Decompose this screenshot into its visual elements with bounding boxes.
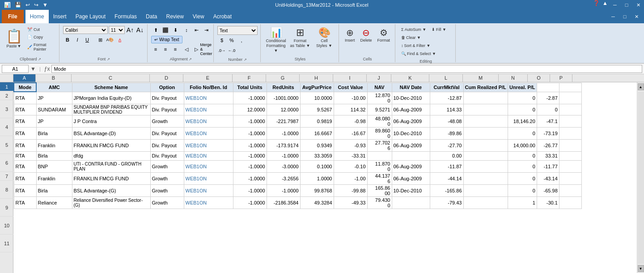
cell-reference-box[interactable]	[2, 65, 29, 73]
cell-g2[interactable]: -1001.0000	[267, 92, 300, 104]
delete-btn[interactable]: ⊖ Delete	[358, 26, 374, 44]
view-menu[interactable]: View	[188, 10, 209, 23]
cut-button[interactable]: ✂️ Cut	[25, 26, 56, 33]
cell-f3[interactable]: 12.0000	[233, 104, 267, 115]
row-num-11[interactable]: 11	[0, 235, 13, 252]
cell-h2[interactable]: 10.0000	[300, 92, 334, 104]
cell-l10[interactable]: -165.86	[430, 184, 463, 196]
decrease-font-btn[interactable]: A↓	[136, 26, 144, 34]
cell-l7[interactable]: 0.00	[430, 151, 463, 160]
col-header-h[interactable]: H	[300, 74, 333, 82]
col-header-e[interactable]: E	[183, 74, 233, 82]
data-menu[interactable]: Data	[141, 10, 161, 23]
row-num-10[interactable]: 10	[0, 217, 13, 235]
row-num-9[interactable]: 9	[0, 199, 13, 217]
fill-color-btn[interactable]: A🎨	[106, 36, 114, 44]
col-header-o[interactable]: O	[528, 74, 550, 82]
cell-c10[interactable]: BSL Advantage-(G)	[72, 184, 150, 196]
cell-h4[interactable]: 0.9819	[300, 115, 334, 127]
restore-btn[interactable]: □	[621, 0, 632, 10]
cell-c4[interactable]: J P Contra	[72, 115, 150, 127]
cell-g11[interactable]: -2186.3584	[267, 196, 300, 209]
cell-d1[interactable]: Option	[150, 83, 184, 92]
cell-a5[interactable]: RTA	[14, 127, 36, 139]
cell-j9[interactable]: 44.1376	[367, 172, 392, 184]
cell-p1[interactable]	[559, 83, 581, 92]
cell-k2[interactable]: 10-Dec-2010	[392, 92, 430, 104]
page-layout-menu[interactable]: Page Layout	[71, 10, 110, 23]
cell-l6[interactable]: -27.70	[430, 139, 463, 151]
cell-f11[interactable]: -1.0000	[233, 196, 267, 209]
align-middle-btn[interactable]: ⬛	[161, 26, 170, 34]
insert-menu[interactable]: Insert	[49, 10, 71, 23]
cell-m4[interactable]	[463, 115, 508, 127]
cell-c6[interactable]: FRANKLIN FMCG FUND	[72, 139, 150, 151]
close-btn[interactable]: ✕	[632, 0, 644, 10]
cell-d9[interactable]: Growth	[150, 172, 184, 184]
cell-p7[interactable]	[559, 151, 581, 160]
underline-button[interactable]: U	[83, 36, 92, 44]
cell-i8[interactable]: -0.10	[334, 160, 367, 172]
row-num-6[interactable]: 6	[0, 154, 13, 172]
cell-e10[interactable]: WEB1ON	[184, 184, 233, 196]
increase-decimal-btn[interactable]: ←.0	[227, 47, 236, 55]
cell-a10[interactable]: RTA	[14, 184, 36, 196]
cell-e4[interactable]: WEB1ON	[184, 115, 233, 127]
cell-a3[interactable]: RTA	[14, 104, 36, 115]
row-num-3[interactable]: 3	[0, 100, 13, 118]
cell-b6[interactable]: Franklin	[36, 139, 72, 151]
cell-o3[interactable]: 0	[537, 104, 559, 115]
cell-e3[interactable]: WEB1ON	[184, 104, 233, 115]
paste-button[interactable]: 📋 Paste▼	[4, 26, 23, 51]
cell-j2[interactable]: 12.8700	[367, 92, 392, 104]
cell-h11[interactable]: 49.3284	[300, 196, 334, 209]
cell-n8[interactable]: 0	[508, 160, 537, 172]
copy-button[interactable]: 📄 Copy	[25, 34, 56, 41]
italic-button[interactable]: I	[73, 36, 82, 44]
cell-a2[interactable]: RTA	[14, 92, 36, 104]
cell-a4[interactable]: RTA	[14, 115, 36, 127]
cell-l2[interactable]: -12.87	[430, 92, 463, 104]
cell-j8[interactable]: 11.8700	[367, 160, 392, 172]
increase-indent-btn[interactable]: ▷	[192, 45, 201, 53]
cell-b10[interactable]: Birla	[36, 184, 72, 196]
align-center-btn[interactable]: ≡	[161, 45, 170, 53]
align-top-btn[interactable]: ⬆	[151, 26, 160, 34]
cell-f10[interactable]: -1.0000	[233, 184, 267, 196]
scroll-down-btn[interactable]: ▼	[638, 265, 644, 272]
cell-o10[interactable]: -65.98	[537, 184, 559, 196]
cell-h5[interactable]: 16.6667	[300, 127, 334, 139]
format-btn[interactable]: ⚙ Format	[375, 26, 393, 44]
cell-k5[interactable]: 10-Dec-2010	[392, 127, 430, 139]
cell-p4[interactable]	[559, 115, 581, 127]
cell-m1[interactable]: Cum Realized P/L	[463, 83, 508, 92]
cell-e11[interactable]: WEB1ON	[184, 196, 233, 209]
cell-c5[interactable]: BSL Advantage-(D)	[72, 127, 150, 139]
cell-e6[interactable]: WEB1ON	[184, 139, 233, 151]
cell-k10[interactable]: 10-Dec-2010	[392, 184, 430, 196]
cell-b9[interactable]: Franklin	[36, 172, 72, 184]
cell-n10[interactable]: 0	[508, 184, 537, 196]
cell-d5[interactable]: Div. Payout	[150, 127, 184, 139]
cell-l1[interactable]: CurrMktVal	[430, 83, 463, 92]
cell-e8[interactable]: WEB1ON	[184, 160, 233, 172]
cell-j3[interactable]: 9.5271	[367, 104, 392, 115]
cell-a9[interactable]: RTA	[14, 172, 36, 184]
cell-c9[interactable]: FRANKLIN FMCG FUND	[72, 172, 150, 184]
cell-h1[interactable]: AvgPurPrice	[300, 83, 334, 92]
cell-o9[interactable]: -43.14	[537, 172, 559, 184]
cell-i5[interactable]: -16.67	[334, 127, 367, 139]
cell-p2[interactable]	[559, 92, 581, 104]
cell-p5[interactable]	[559, 127, 581, 139]
app-restore-btn[interactable]: □	[619, 12, 631, 21]
cell-g4[interactable]: -221.7987	[267, 115, 300, 127]
wrap-text-button[interactable]: ↵ Wrap Text	[151, 36, 182, 43]
cell-p10[interactable]	[559, 184, 581, 196]
cell-f1[interactable]: Total Units	[233, 83, 267, 92]
save-quick-btn[interactable]: 💾	[13, 2, 23, 8]
sort-filter-btn[interactable]: ↕ Sort & Filter ▼	[399, 42, 432, 49]
clear-btn[interactable]: 🗑 Clear ▼	[399, 34, 423, 41]
cell-k4[interactable]: 06-Aug-2009	[392, 115, 430, 127]
cell-i10[interactable]: -99.88	[334, 184, 367, 196]
cell-e1[interactable]: Folio No/Ben. Id	[184, 83, 233, 92]
